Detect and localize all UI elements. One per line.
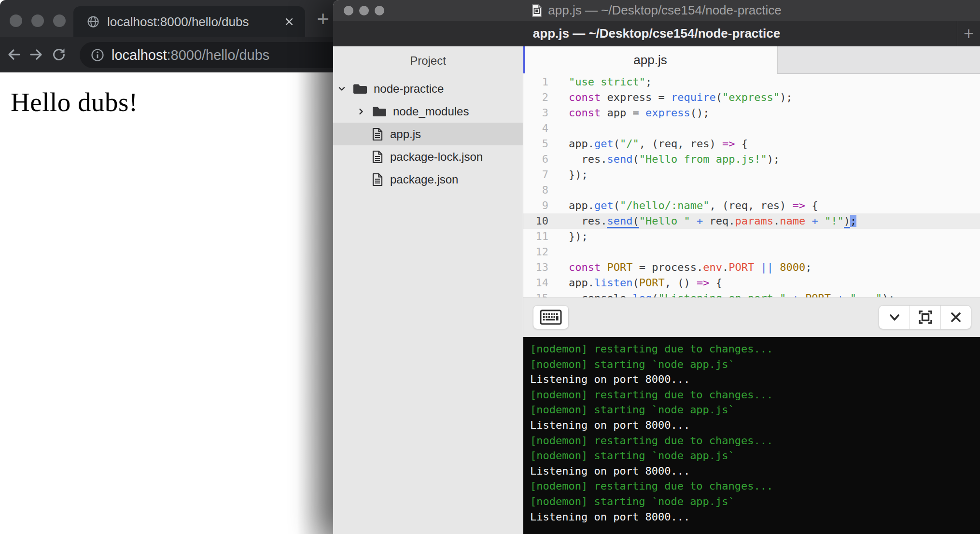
tree-item-app.js[interactable]: app.js — [333, 123, 523, 145]
code-line-14[interactable]: 14app.listen(PORT, () => { — [523, 275, 980, 291]
terminal-line: [nodemon] starting `node app.js` — [530, 357, 980, 372]
editor-window-title: app.js — ~/Desktop/cse154/node-practice — [548, 3, 781, 18]
keyboard-icon — [540, 309, 562, 325]
page-heading: Hello dubs! — [0, 72, 338, 117]
editor-window: app.js — ~/Desktop/cse154/node-practice … — [333, 0, 980, 534]
reload-button[interactable] — [51, 47, 67, 64]
browser-window: localhost:8000/hello/dubs + localho — [0, 0, 338, 534]
zoom-window-button[interactable] — [375, 6, 384, 15]
chevron-spacer — [356, 129, 366, 139]
tree-item-label: package.json — [390, 173, 458, 186]
code-line-content: app.get("/hello/:name", (req, res) => { — [548, 198, 818, 213]
code-line-4[interactable]: 4 — [523, 121, 980, 136]
minimize-window-button[interactable] — [359, 6, 369, 15]
chevron-spacer — [356, 152, 366, 162]
file-tree: node-practicenode_modulesapp.jspackage-l… — [333, 77, 523, 191]
keyboard-input-button[interactable] — [533, 305, 569, 329]
back-button[interactable] — [6, 46, 22, 65]
code-line-11[interactable]: 11}); — [523, 229, 980, 244]
tree-item-label: node_modules — [393, 105, 469, 118]
code-line-13[interactable]: 13const PORT = process.env.PORT || 8000; — [523, 260, 980, 275]
file-icon — [372, 173, 383, 186]
browser-tab-title: localhost:8000/hello/dubs — [107, 14, 284, 29]
project-panel-title: Project — [333, 46, 523, 77]
chevron-right-icon[interactable] — [356, 107, 366, 116]
url-bar[interactable]: localhost:8000/hello/dubs — [80, 42, 338, 68]
chevron-spacer — [356, 175, 366, 184]
close-terminal-button[interactable] — [940, 306, 971, 329]
code-line-content: console.log("Listening on port " + PORT … — [548, 291, 895, 297]
terminal-output[interactable]: [nodemon] restarting due to changes...[n… — [523, 337, 980, 534]
code-line-content: }); — [548, 167, 588, 183]
code-line-content: }); — [548, 229, 588, 244]
tree-item-node-practice[interactable]: node-practice — [333, 77, 523, 100]
line-number: 9 — [523, 198, 548, 213]
line-number: 13 — [523, 260, 548, 275]
code-line-content — [548, 244, 569, 260]
code-line-content: res.send("Hello from app.js!"); — [548, 152, 780, 167]
tree-item-package.json[interactable]: package.json — [333, 168, 523, 191]
new-tab-button[interactable]: + — [311, 7, 335, 31]
code-line-10[interactable]: 10 res.send("Hello " + req.params.name +… — [523, 213, 980, 229]
code-line-9[interactable]: 9app.get("/hello/:name", (req, res) => { — [523, 198, 980, 213]
maximize-terminal-button[interactable] — [910, 306, 940, 329]
collapse-terminal-button[interactable] — [879, 306, 910, 329]
code-line-6[interactable]: 6 res.send("Hello from app.js!"); — [523, 152, 980, 167]
code-line-3[interactable]: 3const app = express(); — [523, 105, 980, 121]
terminal-line: [nodemon] starting `node app.js` — [530, 494, 980, 509]
terminal-line: [nodemon] restarting due to changes... — [530, 433, 980, 449]
code-line-7[interactable]: 7}); — [523, 167, 980, 183]
browser-traffic-lights[interactable] — [10, 14, 66, 27]
line-number: 4 — [523, 121, 548, 136]
browser-tab[interactable]: localhost:8000/hello/dubs — [73, 6, 305, 37]
editor-title-bar: app.js — ~/Desktop/cse154/node-practice — [333, 0, 980, 21]
browser-toolbar: localhost:8000/hello/dubs — [0, 37, 338, 72]
file-tab-appjs[interactable]: app.js — [523, 46, 777, 74]
code-line-5[interactable]: 5app.get("/", (req, res) => { — [523, 136, 980, 152]
tree-item-package-lock.json[interactable]: package-lock.json — [333, 145, 523, 168]
code-line-12[interactable]: 12 — [523, 244, 980, 260]
url-text: localhost:8000/hello/dubs — [112, 47, 269, 63]
terminal-line: [nodemon] starting `node app.js` — [530, 448, 980, 464]
code-line-content — [548, 183, 569, 198]
line-number: 11 — [523, 229, 548, 244]
line-number: 3 — [523, 105, 548, 121]
line-number: 2 — [523, 90, 548, 105]
folder-icon — [372, 106, 386, 117]
code-line-1[interactable]: 1"use strict"; — [523, 74, 980, 90]
line-number: 7 — [523, 167, 548, 183]
terminal-controls — [879, 305, 971, 329]
code-line-2[interactable]: 2const express = require("express"); — [523, 90, 980, 105]
line-number: 1 — [523, 74, 548, 90]
line-number: 6 — [523, 152, 548, 167]
code-editor[interactable]: 1"use strict";2const express = require("… — [523, 74, 980, 297]
terminal-line: [nodemon] starting `node app.js` — [530, 402, 980, 418]
chevron-down-icon[interactable] — [337, 84, 347, 94]
code-line-15[interactable]: 15 console.log("Listening on port " + PO… — [523, 291, 980, 297]
code-line-8[interactable]: 8 — [523, 183, 980, 198]
minimize-window-button[interactable] — [31, 14, 44, 27]
tree-item-label: package-lock.json — [390, 150, 483, 164]
tree-item-label: app.js — [390, 127, 421, 141]
line-number: 8 — [523, 183, 548, 198]
close-window-button[interactable] — [344, 6, 353, 15]
info-icon[interactable] — [90, 48, 105, 62]
terminal-line: [nodemon] restarting due to changes... — [530, 341, 980, 357]
code-line-content: const PORT = process.env.PORT || 8000; — [548, 260, 812, 275]
line-number: 12 — [523, 244, 548, 260]
editor-traffic-lights[interactable] — [344, 6, 384, 15]
forward-button[interactable] — [28, 46, 44, 65]
new-editor-tab-button[interactable]: + — [957, 21, 980, 46]
line-number: 14 — [523, 275, 548, 291]
code-line-content — [548, 121, 569, 136]
tree-item-node_modules[interactable]: node_modules — [333, 100, 523, 123]
window-shadow — [297, 72, 338, 534]
code-line-content: "use strict"; — [548, 74, 652, 90]
close-window-button[interactable] — [10, 14, 22, 27]
editor-window-tab[interactable]: app.js — ~/Desktop/cse154/node-practice — [533, 26, 780, 41]
file-icon — [372, 127, 383, 141]
editor-window-tab-bar: app.js — ~/Desktop/cse154/node-practice … — [333, 21, 980, 46]
zoom-window-button[interactable] — [53, 14, 66, 27]
terminal-line: Listening on port 8000... — [530, 464, 980, 479]
tab-close-icon[interactable] — [284, 16, 294, 27]
